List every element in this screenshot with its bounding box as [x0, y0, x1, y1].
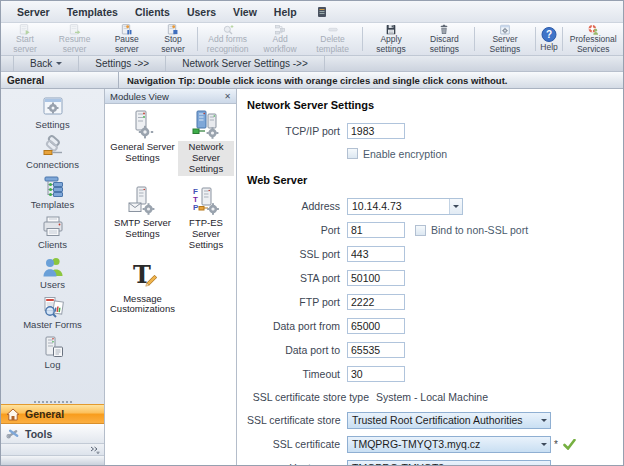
tab-overflow-button[interactable] [1, 444, 104, 456]
crumb-network-server-settings[interactable]: Network Server Settings ->> [166, 56, 325, 71]
address-combo[interactable]: 10.14.4.73 [347, 198, 463, 215]
master-forms-icon [41, 295, 65, 319]
start-server-icon [16, 24, 34, 35]
enable-encryption-checkbox[interactable]: Enable encryption [347, 148, 447, 160]
data-port-from-row: Data port from [247, 314, 623, 338]
module-general-server-settings[interactable]: General Server Settings [107, 109, 178, 176]
start-server-label: Start server [7, 35, 43, 54]
tab-tools[interactable]: Tools [1, 424, 104, 444]
pause-server-label: Pause server [106, 35, 147, 54]
certificate-valid-icon [563, 439, 576, 450]
ssl-port-input[interactable] [347, 246, 405, 262]
discard-settings-button[interactable]: Discard settings [417, 23, 473, 55]
resume-server-button[interactable]: Resume server [47, 23, 102, 55]
add-workflow-button[interactable]: Add workflow [255, 23, 304, 55]
delete-template-button[interactable]: Delete template [305, 23, 361, 55]
menu-server[interactable]: Server [17, 6, 50, 18]
store-type-label: SSL certificate store type [247, 391, 369, 403]
add-workflow-icon [271, 24, 289, 35]
help-button[interactable]: ? Help [538, 23, 561, 55]
module-message-customizations[interactable]: T Message Customizations [107, 261, 178, 317]
back-label: Back [30, 58, 52, 69]
module-label: SMTP Server Settings [107, 217, 178, 241]
users-icon [41, 255, 65, 279]
menu-help[interactable]: Help [274, 6, 297, 18]
module-label: General Server Settings [107, 141, 178, 165]
checkbox-box-icon [415, 225, 426, 236]
connections-icon [41, 135, 65, 159]
menu-view[interactable]: View [233, 6, 257, 18]
sidebar-item-master-forms[interactable]: Master Forms [1, 292, 104, 332]
port-input[interactable] [347, 222, 405, 238]
ssl-certificate-row: SSL certificate TMQPRG-TMYQT3.myq.cz * [247, 432, 623, 456]
timeout-input[interactable] [347, 366, 405, 382]
add-forms-recognition-icon [219, 24, 237, 35]
sidebar-bottom-strip [1, 456, 104, 465]
add-forms-recognition-button[interactable]: Add forms recognition [200, 23, 256, 55]
stop-server-button[interactable]: Stop server [151, 23, 195, 55]
data-port-from-input[interactable] [347, 318, 405, 334]
sidebar-item-users[interactable]: Users [1, 252, 104, 292]
resume-server-icon [66, 24, 84, 35]
sidebar-item-settings[interactable]: Settings [1, 92, 104, 132]
bind-non-ssl-label: Bind to non-SSL port [431, 224, 528, 236]
back-button[interactable]: Back [13, 56, 79, 71]
discard-settings-label: Discard settings [421, 35, 469, 54]
ftp-port-input[interactable] [347, 294, 405, 310]
menu-clients[interactable]: Clients [135, 6, 170, 18]
back-dropdown-icon [56, 62, 62, 68]
section-heading-web-server: Web Server [247, 174, 623, 186]
help-label: Help [540, 43, 557, 52]
module-network-server-settings[interactable]: Network Server Settings [178, 109, 234, 176]
store-type-value: System - Local Machine [376, 391, 488, 403]
sidebar-item-log[interactable]: Log [1, 332, 104, 372]
application-window: Server Templates Clients Users View Help… [0, 0, 624, 466]
ssl-certificate-value: TMQPRG-TMYQT3.myq.cz [352, 438, 480, 450]
ssl-certificate-label: SSL certificate [247, 438, 340, 450]
combo-arrow-icon[interactable] [537, 437, 550, 452]
general-server-icon [127, 109, 157, 139]
crumb-settings[interactable]: Settings ->> [79, 56, 166, 71]
store-type-row: SSL certificate store type System - Loca… [247, 386, 623, 408]
cert-store-combo[interactable]: Trusted Root Certification Authorities [347, 412, 551, 429]
server-settings-label: Server Settings [481, 35, 529, 54]
modules-view-header: Modules View ✕ [105, 89, 236, 104]
certificate-required-mark: * [554, 439, 558, 450]
combo-arrow-icon[interactable] [449, 199, 462, 214]
sidebar: Settings Connections Templates Clients U… [1, 89, 105, 465]
ssl-certificate-combo[interactable]: TMQPRG-TMYQT3.myq.cz [347, 436, 551, 453]
apply-settings-button[interactable]: Apply settings [365, 23, 416, 55]
sidebar-label: Templates [31, 199, 74, 210]
start-server-button[interactable]: Start server [3, 23, 47, 55]
module-smtp-server-settings[interactable]: SMTP Server Settings [107, 185, 178, 252]
sidebar-label: Users [40, 279, 65, 290]
cert-store-label: SSL certificate store [247, 414, 340, 426]
pause-server-button[interactable]: Pause server [102, 23, 151, 55]
menu-users[interactable]: Users [187, 6, 216, 18]
sidebar-item-clients[interactable]: Clients [1, 212, 104, 252]
app-icon [316, 6, 328, 18]
svg-text:P: P [193, 203, 199, 212]
close-icon[interactable]: ✕ [224, 92, 231, 101]
crumb-network-label: Network Server Settings ->> [182, 58, 308, 69]
tab-general[interactable]: General [1, 404, 104, 424]
sidebar-item-connections[interactable]: Connections [1, 132, 104, 172]
toolbar-separator [535, 27, 536, 51]
module-ftp-es-server-settings[interactable]: FTP FTP-ES Server Settings [178, 185, 234, 252]
ssl-port-row: SSL port [247, 242, 623, 266]
host-name-combo[interactable]: TMQPRG-TMYQT3.myq.cz [347, 460, 551, 466]
server-settings-button[interactable]: Server Settings [477, 23, 533, 55]
sidebar-label: Log [45, 359, 61, 370]
menu-templates[interactable]: Templates [67, 6, 118, 18]
port-row: Port Bind to non-SSL port [247, 218, 623, 242]
combo-arrow-icon[interactable] [537, 413, 550, 428]
tcpip-port-input[interactable] [347, 123, 405, 139]
data-port-to-input[interactable] [347, 342, 405, 358]
templates-icon [41, 175, 65, 199]
sta-port-input[interactable] [347, 270, 405, 286]
sidebar-item-templates[interactable]: Templates [1, 172, 104, 212]
timeout-label: Timeout [247, 368, 340, 380]
professional-services-button[interactable]: Professional Services [565, 23, 621, 55]
combo-arrow-icon[interactable] [537, 461, 550, 466]
bind-non-ssl-checkbox[interactable]: Bind to non-SSL port [415, 224, 528, 236]
